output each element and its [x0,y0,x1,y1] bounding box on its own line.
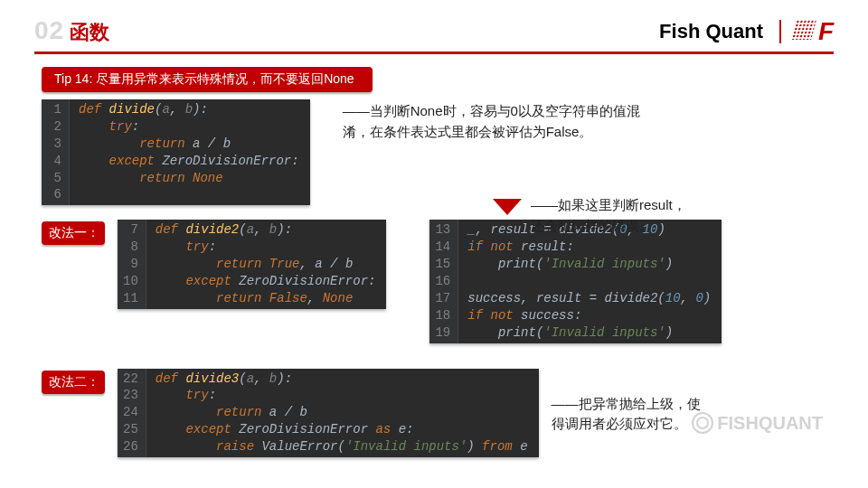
chapter-number: 02 [34,16,64,45]
label-method1: 改法一： [42,221,105,245]
brand-logo: F [797,18,834,45]
code-block-divide: 1 2 3 4 5 6 def divide(a, b): try: retur… [42,99,310,205]
arrow-down-icon [493,199,522,215]
line-number: 1 [47,101,61,118]
note-result-mistake: ——如果这里判断result， 还会犯同样的错误。 [531,195,686,236]
chapter-title: 函数 [70,19,109,46]
brand-name: Fish Quant [659,20,763,43]
note-raise-to-caller: ——把异常抛给上级，使 得调用者必须应对它。 [552,394,701,435]
line-number: 4 [47,153,61,170]
note-none-confusion: ——当判断None时，容易与0以及空字符串的值混 淆，在条件表达式里都会被评估为… [343,101,640,142]
line-number: 3 [47,136,61,153]
code-block-usage: 13141516171819 _, result = divide2(0, 10… [429,220,722,343]
line-number: 6 [47,186,61,203]
page-header: 02 函数 Fish Quant F [34,16,834,54]
header-divider [779,20,781,43]
line-number: 2 [47,118,61,136]
code-block-divide3: 2223242526 def divide3(a, b): try: retur… [118,369,539,457]
logo-letter-icon: F [818,17,834,46]
line-number: 5 [47,170,61,187]
tip-title: Tip 14: 尽量用异常来表示特殊情况，而不要返回None [42,67,373,92]
code-block-divide2: 7891011 def divide2(a, b): try: return T… [118,220,386,308]
label-method2: 改法二： [42,371,105,394]
